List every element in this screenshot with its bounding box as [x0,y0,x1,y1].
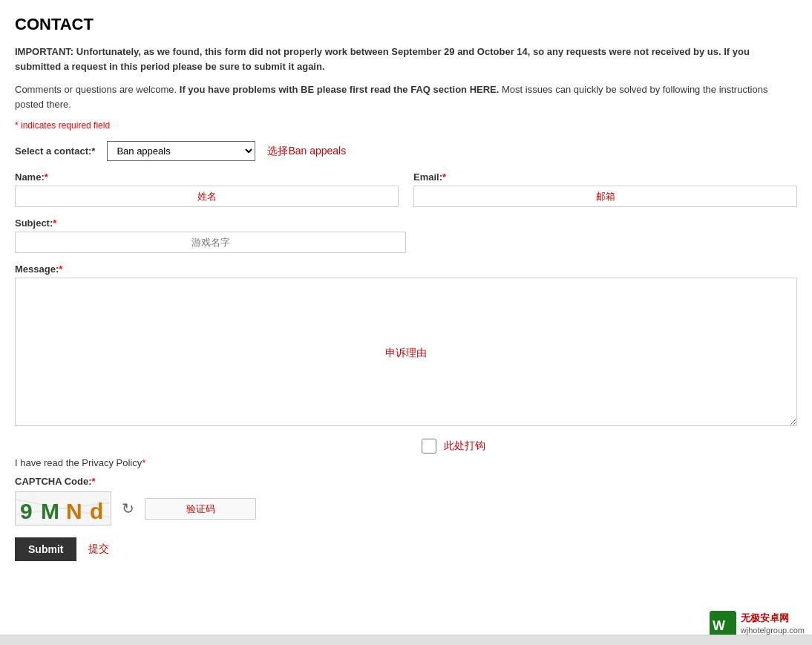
privacy-label: I have read the Privacy Policy* [15,457,145,468]
checkbox-annotation-row: 此处打钩 [15,439,797,454]
subject-input[interactable] [15,232,406,253]
message-section: Message:* 申诉理由 [15,263,797,428]
subject-section: Subject:* [15,217,797,253]
name-email-row: Name:* Email:* [15,171,797,207]
page-container: CONTACT IMPORTANT: Unfortunately, as we … [0,0,812,645]
comments-line: Comments or questions are welcome. If yo… [15,82,797,111]
footer-watermark: W 无极安卓网 wjhotelgroup.com [710,611,805,638]
message-textarea[interactable] [15,278,797,426]
submit-annotation: 提交 [88,543,109,556]
captcha-input[interactable] [145,498,256,520]
name-input[interactable] [15,186,399,207]
logo-svg: W [710,611,736,638]
email-input[interactable] [413,186,797,207]
svg-text:d: d [90,499,103,523]
privacy-checkbox[interactable] [422,439,436,454]
svg-text:9: 9 [20,499,33,523]
captcha-refresh-button[interactable]: ↻ [122,500,134,517]
captcha-svg: 9 M N d [16,492,111,525]
svg-text:M: M [41,499,59,523]
captcha-content: 9 M N d ↻ [15,491,797,526]
contact-select[interactable]: Ban appeals General inquiry Technical su… [107,141,255,161]
watermark-main: 无极安卓网 [741,612,805,625]
bottom-scrollbar[interactable] [0,635,812,645]
textarea-wrapper: 申诉理由 [15,278,797,428]
select-contact-row: Select a contact:* Ban appeals General i… [15,141,797,161]
required-note: * indicates required field [15,120,797,131]
privacy-section: 此处打钩 I have read the Privacy Policy* [15,439,797,468]
email-label: Email:* [413,171,797,183]
select-annotation: 选择Ban appeals [267,145,346,158]
captcha-section: CAPTCHA Code:* 9 M N d [15,476,797,526]
captcha-label: CAPTCHA Code:* [15,476,797,487]
message-label: Message:* [15,263,797,275]
page-title: CONTACT [15,15,797,34]
important-notice: IMPORTANT: Unfortunately, as we found, t… [15,45,797,73]
submit-button[interactable]: Submit [15,537,76,561]
captcha-image: 9 M N d [15,491,111,526]
refresh-icon[interactable]: ↻ [122,500,134,517]
checkbox-annotation: 此处打钩 [444,439,485,453]
watermark-logo: W [710,611,736,638]
svg-text:N: N [66,499,82,523]
subject-label: Subject:* [15,217,797,229]
name-field-container: Name:* [15,171,399,207]
submit-row: Submit 提交 [15,537,797,561]
watermark-text: 无极安卓网 wjhotelgroup.com [741,612,805,635]
name-label: Name:* [15,171,399,183]
svg-text:W: W [713,618,725,633]
email-field-container: Email:* [413,171,797,207]
select-contact-label: Select a contact:* [15,145,95,157]
